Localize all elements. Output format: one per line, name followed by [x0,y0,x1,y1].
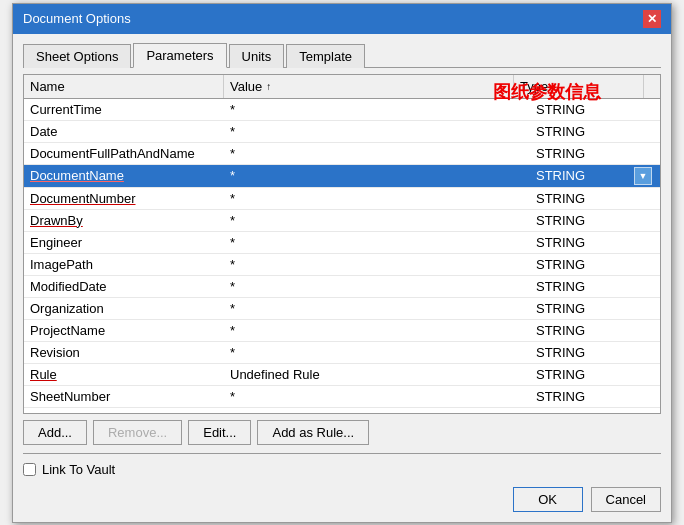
remove-button[interactable]: Remove... [93,420,182,445]
cell-type: STRING [530,408,660,413]
ok-button[interactable]: OK [513,487,583,512]
tab-content: 图纸参数信息 Name Value ↑ Type [23,74,661,414]
cell-name: Organization [24,298,224,319]
cell-name: ModifiedDate [24,276,224,297]
cell-type-dropdown: STRING ▼ [530,165,660,187]
cancel-button[interactable]: Cancel [591,487,661,512]
cell-value: * [224,99,530,120]
parameters-table: Name Value ↑ Type CurrentTim [23,74,661,414]
cell-name: DocumentFullPathAndName [24,143,224,164]
cell-name: SheetTotal [24,408,224,413]
cell-value: * [224,232,530,253]
dialog-title: Document Options [23,11,131,26]
table-row[interactable]: ProjectName * STRING [24,320,660,342]
cell-type: STRING [530,386,660,407]
document-options-dialog: Document Options ✕ Sheet Options Paramet… [12,3,672,523]
table-row-selected[interactable]: DocumentName * STRING ▼ [24,165,660,188]
cell-type: STRING [530,188,660,209]
cell-type: STRING [530,320,660,341]
table-row[interactable]: Date * STRING [24,121,660,143]
cell-value: * [224,121,530,142]
cell-name: CurrentTime [24,99,224,120]
column-header-name: Name [24,75,224,98]
tab-units[interactable]: Units [229,44,285,68]
title-bar: Document Options ✕ [13,4,671,34]
table-row[interactable]: CurrentTime * STRING [24,99,660,121]
cell-type: STRING [530,232,660,253]
dialog-body: Sheet Options Parameters Units Template … [13,34,671,522]
cell-value: * [224,320,530,341]
cell-value: * [224,165,530,187]
cell-value: * [224,408,530,413]
add-button[interactable]: Add... [23,420,87,445]
cell-type: STRING [530,99,660,120]
tab-bar: Sheet Options Parameters Units Template [23,42,661,68]
table-row[interactable]: SheetTotal * STRING [24,408,660,413]
cell-name: Date [24,121,224,142]
column-header-type: Type [514,75,644,98]
action-buttons-row: Add... Remove... Edit... Add as Rule... [23,420,661,445]
cell-type: STRING [530,254,660,275]
table-row[interactable]: ImagePath * STRING [24,254,660,276]
divider [23,453,661,454]
cell-type: STRING [530,342,660,363]
cell-value: * [224,143,530,164]
table-row[interactable]: SheetNumber * STRING [24,386,660,408]
scrollbar-header-spacer [644,75,660,98]
cell-type: STRING [530,121,660,142]
table-row[interactable]: DocumentFullPathAndName * STRING [24,143,660,165]
cell-type: STRING [530,143,660,164]
cell-name: SheetNumber [24,386,224,407]
cell-value: * [224,276,530,297]
column-header-value: Value ↑ [224,75,514,98]
cell-value: * [224,342,530,363]
table-row[interactable]: Rule Undefined Rule STRING [24,364,660,386]
cell-name: Rule [24,364,224,385]
table-row[interactable]: DocumentNumber * STRING [24,188,660,210]
add-as-rule-button[interactable]: Add as Rule... [257,420,369,445]
cell-value: * [224,386,530,407]
table-row[interactable]: Engineer * STRING [24,232,660,254]
type-dropdown-button[interactable]: ▼ [634,167,652,185]
cell-type: STRING [530,364,660,385]
cell-value: * [224,298,530,319]
footer-buttons: OK Cancel [23,487,661,512]
cell-value: * [224,254,530,275]
sort-icon: ↑ [266,81,271,92]
cell-name: ProjectName [24,320,224,341]
table-row[interactable]: Revision * STRING [24,342,660,364]
close-button[interactable]: ✕ [643,10,661,28]
cell-type: STRING [530,210,660,231]
table-row[interactable]: DrawnBy * STRING [24,210,660,232]
cell-name: Revision [24,342,224,363]
tab-sheet-options[interactable]: Sheet Options [23,44,131,68]
table-row[interactable]: ModifiedDate * STRING [24,276,660,298]
tab-parameters[interactable]: Parameters [133,43,226,68]
table-row[interactable]: Organization * STRING [24,298,660,320]
cell-value: * [224,188,530,209]
link-to-vault-checkbox[interactable] [23,463,36,476]
cell-type: STRING [530,298,660,319]
cell-name: DocumentName [24,165,224,187]
link-to-vault-label[interactable]: Link To Vault [42,462,115,477]
cell-name: DocumentNumber [24,188,224,209]
cell-value: * [224,210,530,231]
cell-name: ImagePath [24,254,224,275]
link-to-vault-row: Link To Vault [23,462,661,477]
cell-value: Undefined Rule [224,364,530,385]
cell-name: DrawnBy [24,210,224,231]
cell-type: STRING [530,276,660,297]
table-header: Name Value ↑ Type [24,75,660,99]
cell-name: Engineer [24,232,224,253]
tab-template[interactable]: Template [286,44,365,68]
edit-button[interactable]: Edit... [188,420,251,445]
table-body[interactable]: CurrentTime * STRING Date * STRING Docum… [24,99,660,413]
